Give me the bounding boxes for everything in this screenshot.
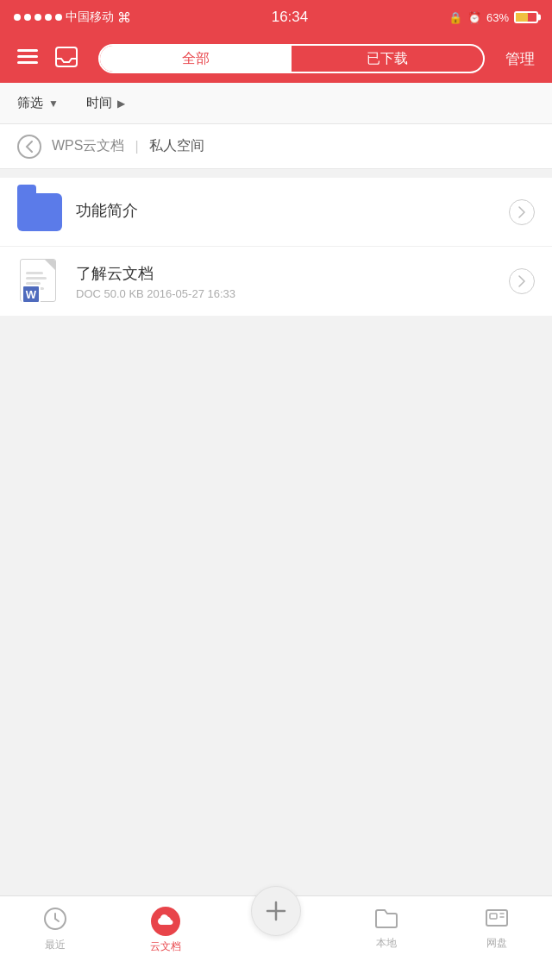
time-arrow-icon: ▶ [117, 97, 125, 110]
breadcrumb-current: 私人空间 [149, 137, 204, 155]
alarm-icon: ⏰ [467, 11, 481, 24]
battery-percent: 63% [486, 11, 509, 24]
wifi-icon: ⌘ [117, 9, 131, 26]
svg-rect-6 [490, 914, 497, 919]
carrier-label: 中国移动 [66, 9, 114, 25]
filter-arrow-icon: ▼ [48, 97, 59, 110]
tab-bar: 最近 云文档 本地 [0, 895, 552, 980]
filter-bar: 筛选 ▼ 时间 ▶ [0, 83, 552, 124]
doc-item[interactable]: W 了解云文档 DOC 50.0 KB 2016-05-27 16:33 [0, 247, 552, 316]
tab-disk[interactable]: 网盘 [442, 903, 552, 951]
view-toggle: 全部 已下载 [98, 44, 485, 73]
doc-icon-wrap: W [17, 259, 62, 304]
svg-rect-0 [17, 49, 38, 52]
add-button[interactable] [251, 886, 301, 936]
doc-name: 了解云文档 [76, 263, 509, 284]
status-right: 🔒 ⏰ 63% [448, 11, 538, 24]
signal-dots [14, 14, 62, 21]
folder-chevron-icon [509, 199, 535, 225]
filter-label: 筛选 [17, 95, 43, 111]
tab-recent[interactable]: 最近 [0, 903, 110, 952]
clock-icon [43, 907, 67, 934]
time-label: 16:34 [272, 9, 309, 26]
svg-rect-3 [56, 47, 77, 66]
status-left: 中国移动 ⌘ [14, 9, 131, 26]
battery-icon [514, 11, 538, 23]
doc-icon: W [20, 259, 60, 304]
doc-meta: DOC 50.0 KB 2016-05-27 16:33 [76, 287, 509, 300]
folder-tab-icon [374, 907, 398, 933]
folder-icon-wrap [17, 190, 62, 235]
tab-disk-label: 网盘 [486, 936, 507, 951]
time-sort-button[interactable]: 时间 ▶ [86, 95, 125, 111]
folder-info: 功能简介 [76, 200, 509, 224]
doc-chevron-icon [509, 268, 535, 294]
svg-rect-2 [17, 61, 38, 64]
cloud-doc-icon [151, 907, 180, 936]
nav-bar: 全部 已下载 管理 [0, 35, 552, 83]
tab-local-label: 本地 [376, 936, 397, 951]
svg-rect-1 [17, 55, 38, 58]
filter-button[interactable]: 筛选 ▼ [17, 95, 59, 111]
file-list: 功能简介 W [0, 178, 552, 316]
back-button[interactable] [17, 135, 41, 159]
tab-recent-label: 最近 [45, 938, 66, 952]
menu-icon[interactable] [14, 44, 41, 73]
breadcrumb-root: WPS云文档 [52, 137, 124, 155]
tab-local[interactable]: 本地 [331, 903, 442, 951]
tab-cloud-label: 云文档 [150, 939, 181, 954]
inbox-icon[interactable] [52, 43, 81, 75]
folder-name: 功能简介 [76, 200, 509, 221]
folder-item[interactable]: 功能简介 [0, 178, 552, 247]
word-badge: W [22, 285, 41, 304]
manage-button[interactable]: 管理 [502, 46, 538, 72]
tab-cloud[interactable]: 云文档 [110, 903, 221, 954]
time-label: 时间 [86, 95, 112, 111]
doc-info: 了解云文档 DOC 50.0 KB 2016-05-27 16:33 [76, 263, 509, 300]
toggle-downloaded-btn[interactable]: 已下载 [292, 46, 483, 72]
folder-icon [17, 193, 62, 231]
breadcrumb-separator: | [135, 139, 138, 154]
status-bar: 中国移动 ⌘ 16:34 🔒 ⏰ 63% [0, 0, 552, 35]
lock-icon: 🔒 [448, 11, 462, 24]
toggle-all-btn[interactable]: 全部 [100, 46, 292, 72]
disk-icon [485, 907, 509, 933]
breadcrumb: WPS云文档 | 私人空间 [0, 124, 552, 169]
tab-add[interactable] [221, 886, 331, 936]
